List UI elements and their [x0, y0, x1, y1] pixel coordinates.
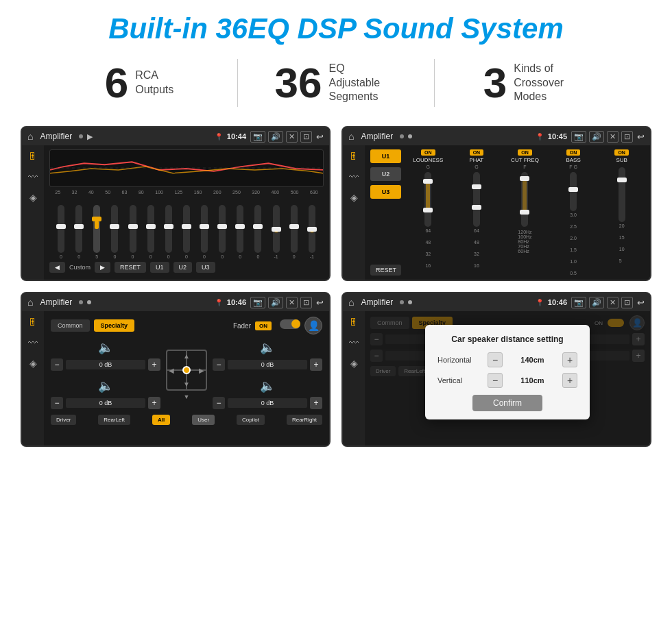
- cross-cutfreq-on[interactable]: ON: [518, 149, 532, 156]
- eq-slider-5[interactable]: 0: [130, 205, 136, 259]
- dist-win-icon[interactable]: ⊡: [621, 297, 633, 308]
- eq-eq-icon[interactable]: 🎚: [28, 151, 38, 162]
- fader-eq-icon[interactable]: 🎚: [28, 317, 38, 328]
- fader-rf-plus[interactable]: +: [310, 358, 322, 371]
- eq-slider-13[interactable]: -1: [273, 205, 280, 259]
- fader-driver-button[interactable]: Driver: [51, 415, 76, 425]
- cross-reset-button[interactable]: RESET: [370, 265, 401, 276]
- cross-speaker-icon[interactable]: ◈: [350, 192, 358, 203]
- cross-home-icon[interactable]: ⌂: [348, 131, 354, 142]
- eq-prev-button[interactable]: ◀: [49, 262, 65, 273]
- eq-slider-2[interactable]: 0: [75, 205, 82, 259]
- cross-vol-icon[interactable]: 🔊: [589, 131, 604, 143]
- eq-cam-icon[interactable]: 📷: [250, 131, 265, 143]
- dist-close-icon[interactable]: ✕: [607, 297, 619, 308]
- cross-bass-on[interactable]: ON: [566, 149, 581, 156]
- fader-rr-plus[interactable]: +: [310, 397, 322, 409]
- eq-slider-14[interactable]: 0: [291, 205, 298, 259]
- dialog-vertical-plus[interactable]: +: [562, 373, 577, 388]
- eq-slider-8[interactable]: 0: [183, 205, 190, 259]
- fader-crosshair[interactable]: ▲ ▼ ◀ ▶: [166, 350, 207, 391]
- fader-time: 10:46: [227, 298, 246, 306]
- cross-phat-track[interactable]: [473, 172, 480, 227]
- dist-common-tab[interactable]: Common: [370, 317, 409, 329]
- dist-vol-icon[interactable]: 🔊: [589, 297, 604, 308]
- eq-u3-button[interactable]: U3: [196, 262, 215, 273]
- eq-next-button[interactable]: ▶: [95, 262, 110, 273]
- dist-cam-icon[interactable]: 📷: [571, 297, 586, 308]
- dist-home-icon[interactable]: ⌂: [348, 297, 354, 308]
- cross-eq-icon[interactable]: 🎚: [349, 151, 359, 162]
- fader-speaker-icon[interactable]: ◈: [29, 358, 37, 369]
- dist-back-icon[interactable]: ↩: [637, 297, 645, 308]
- fader-home-icon[interactable]: ⌂: [27, 297, 33, 308]
- dialog-vertical-minus[interactable]: −: [488, 373, 503, 388]
- fader-lr-minus[interactable]: −: [51, 397, 63, 409]
- eq-slider-10[interactable]: 0: [219, 205, 226, 259]
- dist-speaker-icon[interactable]: ◈: [350, 358, 358, 369]
- fader-common-tab[interactable]: Common: [51, 319, 90, 332]
- fader-rearright-button[interactable]: RearRight: [287, 415, 322, 425]
- eq-vol-icon[interactable]: 🔊: [268, 131, 283, 143]
- cross-sub-track[interactable]: [619, 167, 625, 222]
- cross-cutfreq-track[interactable]: [521, 172, 528, 227]
- cross-u1-button[interactable]: U1: [370, 149, 401, 163]
- cross-cam-icon[interactable]: 📷: [571, 131, 586, 143]
- eq-slider-4[interactable]: 0: [111, 205, 118, 259]
- fader-wave-icon[interactable]: 〰: [28, 337, 38, 348]
- eq-slider-6[interactable]: 0: [147, 205, 154, 259]
- cross-u3-button[interactable]: U3: [370, 185, 401, 199]
- eq-u2-button[interactable]: U2: [173, 262, 193, 273]
- dialog-confirm-button[interactable]: Confirm: [472, 395, 542, 411]
- cross-sub-on[interactable]: ON: [614, 149, 629, 156]
- eq-play-icon[interactable]: ▶: [87, 132, 93, 141]
- eq-slider-1[interactable]: 0: [58, 205, 64, 259]
- dist-person-icon[interactable]: 👤: [629, 315, 645, 330]
- cross-loudness-track[interactable]: [424, 172, 431, 227]
- fader-cam-icon[interactable]: 📷: [250, 297, 265, 308]
- eq-slider-11[interactable]: 0: [237, 205, 243, 259]
- fader-lf-minus[interactable]: −: [51, 358, 63, 371]
- eq-win-icon[interactable]: ⊡: [300, 131, 312, 143]
- cross-bass-track[interactable]: [570, 172, 577, 211]
- eq-slider-15[interactable]: -1: [309, 205, 315, 259]
- eq-close-icon[interactable]: ✕: [286, 131, 298, 143]
- cross-phat-on[interactable]: ON: [470, 149, 484, 156]
- eq-home-icon[interactable]: ⌂: [27, 131, 33, 142]
- cross-u2-button[interactable]: U2: [370, 167, 401, 181]
- cross-side-icons: 🎚 〰 ◈: [343, 145, 365, 280]
- cross-win-icon[interactable]: ⊡: [621, 131, 633, 143]
- dist-eq-icon[interactable]: 🎚: [349, 317, 359, 328]
- fader-rearleft-button[interactable]: RearLeft: [98, 415, 130, 425]
- eq-wave-icon[interactable]: 〰: [28, 171, 38, 182]
- eq-back-icon[interactable]: ↩: [316, 132, 324, 142]
- eq-slider-3[interactable]: 5: [93, 205, 100, 259]
- cross-close-icon[interactable]: ✕: [607, 131, 619, 143]
- dialog-horizontal-plus[interactable]: +: [562, 352, 577, 367]
- fader-rf-minus[interactable]: −: [213, 358, 225, 371]
- fader-person-icon[interactable]: 👤: [304, 317, 322, 334]
- fader-lf-plus[interactable]: +: [148, 358, 160, 371]
- fader-all-button[interactable]: All: [152, 415, 170, 425]
- fader-lr-plus[interactable]: +: [148, 397, 160, 409]
- fader-on-badge[interactable]: ON: [255, 321, 272, 330]
- eq-slider-12[interactable]: 0: [254, 205, 261, 259]
- cross-loudness-on[interactable]: ON: [421, 149, 435, 156]
- fader-specialty-tab[interactable]: Specialty: [94, 319, 135, 332]
- dialog-horizontal-minus[interactable]: −: [488, 352, 503, 367]
- fader-rr-minus[interactable]: −: [213, 397, 225, 409]
- fader-back-icon[interactable]: ↩: [316, 297, 324, 308]
- cross-wave-icon[interactable]: 〰: [349, 171, 359, 182]
- fader-vol-icon[interactable]: 🔊: [268, 297, 283, 308]
- fader-win-icon[interactable]: ⊡: [300, 297, 312, 308]
- dist-wave-icon[interactable]: 〰: [349, 337, 359, 348]
- eq-slider-7[interactable]: 0: [165, 205, 172, 259]
- eq-speaker-icon[interactable]: ◈: [29, 192, 37, 203]
- fader-close-icon[interactable]: ✕: [286, 297, 298, 308]
- eq-slider-9[interactable]: 0: [201, 205, 208, 259]
- fader-user-button[interactable]: User: [192, 415, 215, 425]
- eq-reset-button[interactable]: RESET: [115, 262, 146, 273]
- eq-u1-button[interactable]: U1: [150, 262, 169, 273]
- cross-back-icon[interactable]: ↩: [637, 132, 645, 142]
- fader-copilot-button[interactable]: Copilot: [237, 415, 265, 425]
